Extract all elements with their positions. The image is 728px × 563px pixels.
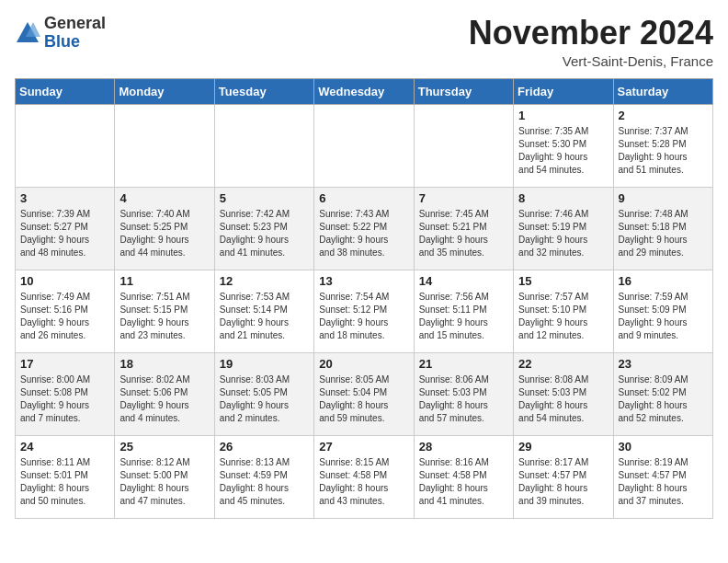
day-info: Sunrise: 7:42 AM Sunset: 5:23 PM Dayligh… bbox=[220, 208, 309, 259]
page-header: General Blue November 2024 Vert-Saint-De… bbox=[15, 15, 713, 69]
calendar-cell: 22Sunrise: 8:08 AM Sunset: 5:03 PM Dayli… bbox=[514, 352, 613, 435]
day-info: Sunrise: 7:46 AM Sunset: 5:19 PM Dayligh… bbox=[518, 208, 608, 259]
calendar-cell: 10Sunrise: 7:49 AM Sunset: 5:16 PM Dayli… bbox=[16, 270, 115, 352]
day-number: 5 bbox=[220, 191, 309, 205]
calendar-cell bbox=[214, 104, 313, 187]
day-info: Sunrise: 7:37 AM Sunset: 5:28 PM Dayligh… bbox=[619, 125, 708, 177]
day-number: 4 bbox=[119, 191, 209, 205]
calendar-cell: 2Sunrise: 7:37 AM Sunset: 5:28 PM Daylig… bbox=[613, 104, 712, 187]
day-info: Sunrise: 7:40 AM Sunset: 5:25 PM Dayligh… bbox=[119, 208, 209, 259]
day-number: 16 bbox=[619, 274, 708, 288]
calendar-cell: 21Sunrise: 8:06 AM Sunset: 5:03 PM Dayli… bbox=[414, 352, 513, 435]
calendar-cell: 14Sunrise: 7:56 AM Sunset: 5:11 PM Dayli… bbox=[414, 270, 513, 352]
day-info: Sunrise: 8:02 AM Sunset: 5:06 PM Dayligh… bbox=[119, 373, 209, 425]
day-number: 11 bbox=[119, 274, 209, 288]
calendar-cell: 26Sunrise: 8:13 AM Sunset: 4:59 PM Dayli… bbox=[214, 435, 313, 518]
day-info: Sunrise: 7:49 AM Sunset: 5:16 PM Dayligh… bbox=[20, 291, 109, 342]
day-number: 19 bbox=[220, 357, 309, 371]
calendar-cell bbox=[314, 104, 414, 187]
calendar-cell: 30Sunrise: 8:19 AM Sunset: 4:57 PM Dayli… bbox=[613, 435, 712, 518]
day-number: 26 bbox=[220, 440, 309, 454]
day-number: 15 bbox=[518, 274, 608, 288]
calendar-header-row: SundayMondayTuesdayWednesdayThursdayFrid… bbox=[16, 78, 713, 104]
day-number: 22 bbox=[518, 357, 608, 371]
calendar-cell: 29Sunrise: 8:17 AM Sunset: 4:57 PM Dayli… bbox=[514, 435, 613, 518]
calendar-cell: 23Sunrise: 8:09 AM Sunset: 5:02 PM Dayli… bbox=[613, 352, 712, 435]
calendar-cell: 18Sunrise: 8:02 AM Sunset: 5:06 PM Dayli… bbox=[115, 352, 214, 435]
day-number: 12 bbox=[220, 274, 309, 288]
day-number: 27 bbox=[319, 440, 408, 454]
calendar-cell: 20Sunrise: 8:05 AM Sunset: 5:04 PM Dayli… bbox=[314, 352, 414, 435]
day-number: 14 bbox=[419, 274, 508, 288]
calendar-cell: 24Sunrise: 8:11 AM Sunset: 5:01 PM Dayli… bbox=[16, 435, 115, 518]
calendar-cell: 11Sunrise: 7:51 AM Sunset: 5:15 PM Dayli… bbox=[115, 270, 214, 352]
day-number: 17 bbox=[20, 357, 109, 371]
day-number: 30 bbox=[619, 440, 708, 454]
calendar-cell: 27Sunrise: 8:15 AM Sunset: 4:58 PM Dayli… bbox=[314, 435, 414, 518]
day-info: Sunrise: 7:57 AM Sunset: 5:10 PM Dayligh… bbox=[518, 291, 608, 342]
month-title: November 2024 bbox=[469, 15, 713, 52]
calendar-week-3: 10Sunrise: 7:49 AM Sunset: 5:16 PM Dayli… bbox=[16, 270, 713, 352]
day-number: 8 bbox=[518, 191, 608, 205]
day-info: Sunrise: 7:39 AM Sunset: 5:27 PM Dayligh… bbox=[20, 208, 109, 259]
calendar-cell: 15Sunrise: 7:57 AM Sunset: 5:10 PM Dayli… bbox=[514, 270, 613, 352]
day-info: Sunrise: 8:06 AM Sunset: 5:03 PM Dayligh… bbox=[419, 373, 508, 425]
day-number: 21 bbox=[419, 357, 508, 371]
day-number: 3 bbox=[20, 191, 109, 205]
day-number: 24 bbox=[20, 440, 109, 454]
logo-text: General Blue bbox=[44, 15, 106, 52]
day-info: Sunrise: 8:08 AM Sunset: 5:03 PM Dayligh… bbox=[518, 373, 608, 425]
day-number: 25 bbox=[119, 440, 209, 454]
location-subtitle: Vert-Saint-Denis, France bbox=[469, 53, 713, 69]
day-number: 7 bbox=[419, 191, 508, 205]
day-number: 23 bbox=[619, 357, 708, 371]
calendar-cell: 17Sunrise: 8:00 AM Sunset: 5:08 PM Dayli… bbox=[16, 352, 115, 435]
column-header-monday: Monday bbox=[115, 78, 214, 104]
logo-icon bbox=[15, 20, 40, 46]
day-number: 6 bbox=[319, 191, 408, 205]
logo: General Blue bbox=[15, 15, 106, 52]
calendar-cell bbox=[115, 104, 214, 187]
calendar-cell: 7Sunrise: 7:45 AM Sunset: 5:21 PM Daylig… bbox=[414, 187, 513, 270]
calendar-cell bbox=[414, 104, 513, 187]
day-number: 9 bbox=[619, 191, 708, 205]
day-info: Sunrise: 8:03 AM Sunset: 5:05 PM Dayligh… bbox=[220, 373, 309, 425]
column-header-sunday: Sunday bbox=[16, 78, 115, 104]
calendar-cell: 13Sunrise: 7:54 AM Sunset: 5:12 PM Dayli… bbox=[314, 270, 414, 352]
column-header-tuesday: Tuesday bbox=[214, 78, 313, 104]
day-info: Sunrise: 7:45 AM Sunset: 5:21 PM Dayligh… bbox=[419, 208, 508, 259]
day-info: Sunrise: 7:53 AM Sunset: 5:14 PM Dayligh… bbox=[220, 291, 309, 342]
title-block: November 2024 Vert-Saint-Denis, France bbox=[469, 15, 713, 69]
day-info: Sunrise: 8:15 AM Sunset: 4:58 PM Dayligh… bbox=[319, 456, 408, 508]
day-info: Sunrise: 7:48 AM Sunset: 5:18 PM Dayligh… bbox=[619, 208, 708, 259]
day-info: Sunrise: 8:16 AM Sunset: 4:58 PM Dayligh… bbox=[419, 456, 508, 508]
day-number: 29 bbox=[518, 440, 608, 454]
column-header-friday: Friday bbox=[514, 78, 613, 104]
day-number: 13 bbox=[319, 274, 408, 288]
calendar-cell: 1Sunrise: 7:35 AM Sunset: 5:30 PM Daylig… bbox=[514, 104, 613, 187]
day-number: 20 bbox=[319, 357, 408, 371]
calendar-cell: 3Sunrise: 7:39 AM Sunset: 5:27 PM Daylig… bbox=[16, 187, 115, 270]
calendar-cell: 28Sunrise: 8:16 AM Sunset: 4:58 PM Dayli… bbox=[414, 435, 513, 518]
calendar-cell: 16Sunrise: 7:59 AM Sunset: 5:09 PM Dayli… bbox=[613, 270, 712, 352]
day-number: 10 bbox=[20, 274, 109, 288]
calendar-cell: 12Sunrise: 7:53 AM Sunset: 5:14 PM Dayli… bbox=[214, 270, 313, 352]
calendar-cell: 5Sunrise: 7:42 AM Sunset: 5:23 PM Daylig… bbox=[214, 187, 313, 270]
calendar-week-4: 17Sunrise: 8:00 AM Sunset: 5:08 PM Dayli… bbox=[16, 352, 713, 435]
calendar-body: 1Sunrise: 7:35 AM Sunset: 5:30 PM Daylig… bbox=[16, 104, 713, 518]
column-header-saturday: Saturday bbox=[613, 78, 712, 104]
day-info: Sunrise: 8:17 AM Sunset: 4:57 PM Dayligh… bbox=[518, 456, 608, 508]
column-header-thursday: Thursday bbox=[414, 78, 513, 104]
column-header-wednesday: Wednesday bbox=[314, 78, 414, 104]
day-info: Sunrise: 8:12 AM Sunset: 5:00 PM Dayligh… bbox=[119, 456, 209, 508]
calendar-cell: 19Sunrise: 8:03 AM Sunset: 5:05 PM Dayli… bbox=[214, 352, 313, 435]
calendar-cell: 6Sunrise: 7:43 AM Sunset: 5:22 PM Daylig… bbox=[314, 187, 414, 270]
day-info: Sunrise: 7:43 AM Sunset: 5:22 PM Dayligh… bbox=[319, 208, 408, 259]
day-info: Sunrise: 8:19 AM Sunset: 4:57 PM Dayligh… bbox=[619, 456, 708, 508]
calendar-cell: 25Sunrise: 8:12 AM Sunset: 5:00 PM Dayli… bbox=[115, 435, 214, 518]
day-info: Sunrise: 7:51 AM Sunset: 5:15 PM Dayligh… bbox=[119, 291, 209, 342]
day-info: Sunrise: 8:11 AM Sunset: 5:01 PM Dayligh… bbox=[20, 456, 109, 508]
calendar-week-1: 1Sunrise: 7:35 AM Sunset: 5:30 PM Daylig… bbox=[16, 104, 713, 187]
day-info: Sunrise: 8:09 AM Sunset: 5:02 PM Dayligh… bbox=[619, 373, 708, 425]
day-number: 1 bbox=[518, 109, 608, 122]
